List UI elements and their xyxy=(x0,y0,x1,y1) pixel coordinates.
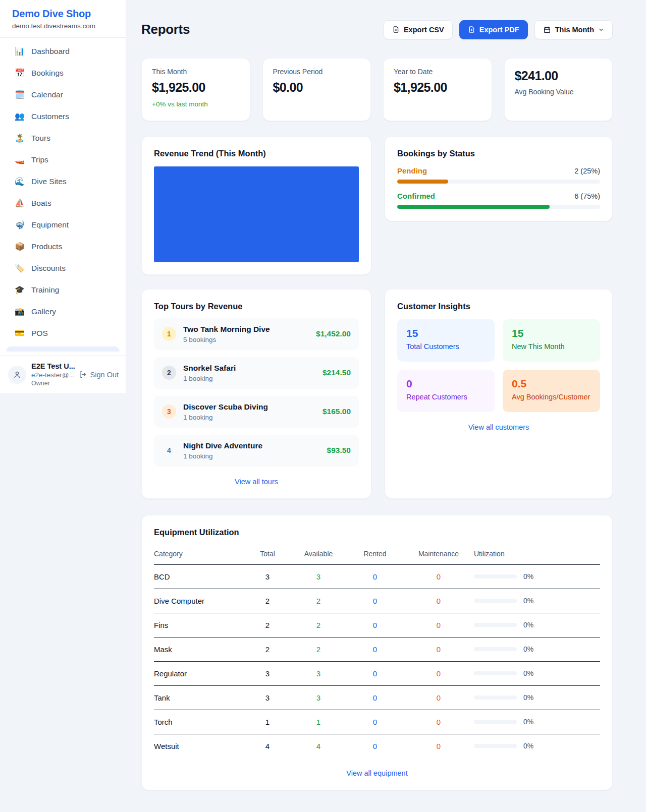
equipment-row: Tank 3 3 0 0 0% xyxy=(154,685,600,710)
tour-name: Discover Scuba Diving xyxy=(183,402,268,412)
tile-value: 15 xyxy=(406,327,486,339)
sidebar-item-dashboard[interactable]: 📊 Dashboard xyxy=(6,43,120,60)
equipment-category: Tank xyxy=(154,685,245,710)
utilization-percent: 0% xyxy=(523,693,533,702)
tag-icon: 🏷️ xyxy=(14,264,25,272)
sidebar-user-footer: E2E Test U... e2e-tester@... Owner Sign … xyxy=(0,356,126,393)
tile-avg-bookings-customer: 0.5 Avg Bookings/Customer xyxy=(503,370,600,412)
equipment-total: 4 xyxy=(245,734,290,758)
equipment-maintenance: 0 xyxy=(403,637,474,661)
view-all-tours-link[interactable]: View all tours xyxy=(154,477,359,486)
sidebar-item-gallery[interactable]: 📸 Gallery xyxy=(6,303,120,320)
stat-value: $1,925.00 xyxy=(394,80,481,95)
sidebar-item-discounts[interactable]: 🏷️ Discounts xyxy=(6,260,120,277)
export-csv-button[interactable]: Export CSV xyxy=(384,20,453,39)
stat-card-this-month: This Month $1,925.00 +0% vs last month xyxy=(141,58,250,121)
utilization-bar xyxy=(474,574,517,578)
column-header: Category xyxy=(154,546,245,565)
header-actions: Export CSV Export PDF This Month xyxy=(384,20,613,39)
stat-card-year-to-date: Year to Date $1,925.00 xyxy=(383,58,492,121)
equipment-available: 2 xyxy=(290,589,347,613)
equipment-available: 3 xyxy=(290,685,347,710)
export-pdf-label: Export PDF xyxy=(479,26,519,34)
tour-amount: $1,452.00 xyxy=(316,329,351,338)
bookings-by-status-title: Bookings by Status xyxy=(397,149,600,158)
utilization-cell: 0% xyxy=(474,693,600,702)
column-header: Available xyxy=(290,546,347,565)
tour-bookings: 1 booking xyxy=(183,452,262,460)
person-icon xyxy=(13,370,22,379)
view-all-equipment-link[interactable]: View all equipment xyxy=(154,769,600,778)
equipment-rented: 0 xyxy=(347,685,403,710)
sidebar-item-tours[interactable]: 🏝️ Tours xyxy=(6,130,120,147)
column-header: Total xyxy=(245,546,290,565)
equipment-row: Regulator 3 3 0 0 0% xyxy=(154,661,600,685)
tile-value: 0.5 xyxy=(512,378,591,390)
bookings-by-status-card: Bookings by Status Pending 2 (25%) Confi… xyxy=(385,136,613,221)
tile-value: 0 xyxy=(406,378,486,390)
tour-name: Two Tank Morning Dive xyxy=(183,325,270,334)
utilization-cell: 0% xyxy=(474,645,600,653)
sidebar-item-dive-sites[interactable]: 🌊 Dive Sites xyxy=(6,173,120,190)
column-header: Maintenance xyxy=(403,546,474,565)
utilization-bar xyxy=(474,599,517,603)
export-pdf-button[interactable]: Export PDF xyxy=(459,20,528,39)
utilization-cell: 0% xyxy=(474,669,600,677)
file-download-icon xyxy=(392,26,400,33)
sidebar-item-pos[interactable]: 💳 POS xyxy=(6,325,120,342)
equipment-available: 3 xyxy=(290,564,347,589)
tile-label: Avg Bookings/Customer xyxy=(512,393,591,401)
revenue-trend-chart xyxy=(154,166,359,262)
utilization-percent: 0% xyxy=(523,645,533,653)
tour-info: Two Tank Morning Dive 5 bookings xyxy=(183,325,270,343)
sidebar-item-bookings[interactable]: 📅 Bookings xyxy=(6,65,120,82)
sidebar-item-reports-partial[interactable] xyxy=(6,346,120,352)
sidebar-item-label: Training xyxy=(31,285,59,295)
sidebar-item-products[interactable]: 📦 Products xyxy=(6,238,120,255)
customer-insights-title: Customer Insights xyxy=(397,302,600,311)
tour-bookings: 1 booking xyxy=(183,414,268,421)
utilization-bar xyxy=(474,720,517,724)
tour-name: Night Dive Adventure xyxy=(183,441,262,450)
tour-bookings: 5 bookings xyxy=(183,336,270,343)
utilization-percent: 0% xyxy=(523,597,533,605)
sign-out-label: Sign Out xyxy=(90,371,119,379)
sidebar-item-customers[interactable]: 👥 Customers xyxy=(6,108,120,125)
view-all-customers-link[interactable]: View all customers xyxy=(397,423,600,432)
sidebar-item-label: Gallery xyxy=(31,307,56,316)
calendar-date-icon: 📅 xyxy=(14,69,25,77)
wave-icon: 🌊 xyxy=(14,178,25,186)
column-header: Rented xyxy=(347,546,403,565)
sidebar-item-calendar[interactable]: 🗓️ Calendar xyxy=(6,86,120,103)
period-dropdown[interactable]: This Month xyxy=(534,20,613,39)
stat-label: Avg Booking Value xyxy=(515,88,603,96)
tour-row: 4 Night Dive Adventure 1 booking $93.50 xyxy=(154,435,359,467)
sidebar-item-label: Dashboard xyxy=(31,47,70,56)
charts-row: Revenue Trend (This Month) Bookings by S… xyxy=(141,136,613,275)
sailboat-icon: ⛵ xyxy=(14,199,25,207)
sidebar-item-label: Customers xyxy=(31,112,69,121)
stat-label: Previous Period xyxy=(273,68,361,76)
sidebar-item-label: Boats xyxy=(31,199,51,208)
sidebar-item-trips[interactable]: 🚤 Trips xyxy=(6,151,120,168)
tile-total-customers: 15 Total Customers xyxy=(397,319,495,362)
equipment-available: 2 xyxy=(290,637,347,661)
equipment-total: 1 xyxy=(245,710,290,734)
sidebar-item-boats[interactable]: ⛵ Boats xyxy=(6,195,120,212)
sidebar-item-label: Tours xyxy=(31,134,50,143)
rank-badge: 1 xyxy=(162,327,176,341)
tour-row: 3 Discover Scuba Diving 1 booking $165.0… xyxy=(154,396,359,428)
brand-name[interactable]: Demo Dive Shop xyxy=(12,8,114,20)
status-label: Pending xyxy=(397,166,427,175)
equipment-rented: 0 xyxy=(347,589,403,613)
status-bar-pending xyxy=(397,180,600,184)
status-bar-confirmed xyxy=(397,205,600,209)
people-icon: 👥 xyxy=(14,112,25,121)
user-avatar xyxy=(8,366,26,384)
utilization-cell: 0% xyxy=(474,742,600,750)
sidebar-item-training[interactable]: 🎓 Training xyxy=(6,281,120,299)
stat-value: $241.00 xyxy=(515,69,603,83)
sign-out-button[interactable]: Sign Out xyxy=(79,370,119,379)
equipment-maintenance: 0 xyxy=(403,710,474,734)
sidebar-item-equipment[interactable]: 🤿 Equipment xyxy=(6,216,120,234)
